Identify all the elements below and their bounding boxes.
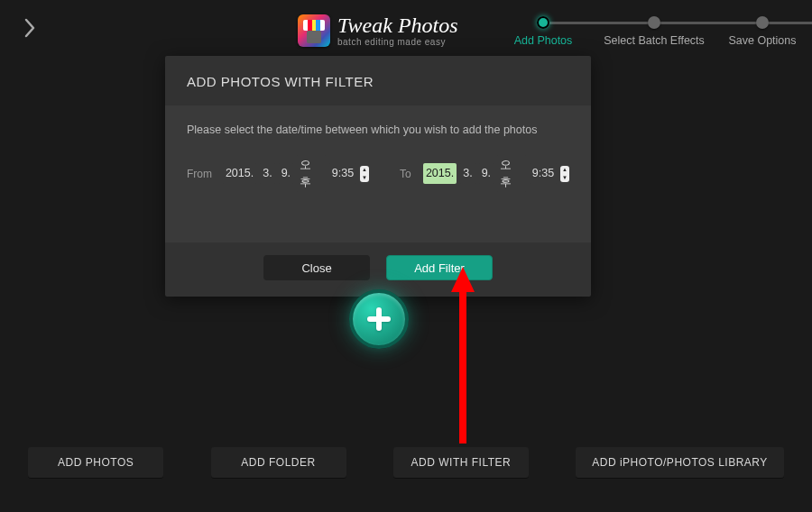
modal-title: ADD PHOTOS WITH FILTER [165,56,591,105]
progress-stepper: Add Photos Select Batch Effects Save Opt… [514,11,812,50]
svg-rect-1 [367,316,391,322]
bottom-action-bar: ADD PHOTOS ADD FOLDER ADD WITH FILTER AD… [0,447,812,478]
to-time[interactable]: 9:35 [530,163,557,184]
to-day[interactable]: 9. [479,163,494,184]
from-time[interactable]: 9:35 [329,163,356,184]
add-iphoto-library-button[interactable]: ADD iPHOTO/PHOTOS LIBRARY [576,447,784,478]
app-logo: Tweak Photos batch editing made easy [298,14,458,47]
to-stepper[interactable]: ▲▼ [560,166,569,182]
from-ampm[interactable]: 오후 [297,155,326,193]
add-photos-button[interactable]: ADD PHOTOS [28,447,163,478]
from-month[interactable]: 3. [260,163,274,184]
modal-description: Please select the date/time between whic… [187,122,569,139]
add-folder-button[interactable]: ADD FOLDER [211,447,346,478]
modal-body: Please select the date/time between whic… [165,105,591,242]
to-label: To [400,166,418,182]
from-stepper[interactable]: ▲▼ [360,166,369,182]
step-add-photos[interactable]: Add Photos [489,11,597,47]
to-month[interactable]: 3. [460,163,475,184]
to-datetime-field[interactable]: 2015. 3. 9. 오후 9:35 ▲▼ [423,155,569,193]
step-select-effects[interactable]: Select Batch Effects [600,11,708,47]
app-logo-icon [298,14,330,47]
add-photos-plus-button[interactable] [341,281,417,357]
step-label: Add Photos [489,34,597,47]
step-label: Save Options [708,34,812,47]
from-datetime-field[interactable]: 2015. 3. 9. 오후 9:35 ▲▼ [223,155,369,193]
add-filter-button[interactable]: Add Filter [386,255,493,280]
step-dot-icon [648,16,660,29]
step-save-options[interactable]: Save Options [708,11,812,47]
step-label: Select Batch Effects [600,34,708,47]
forward-nav-icon[interactable] [22,18,38,41]
step-dot-icon [756,16,769,29]
plus-icon [349,289,409,349]
from-day[interactable]: 9. [279,163,293,184]
add-with-filter-button[interactable]: ADD WITH FILTER [393,447,529,478]
to-ampm[interactable]: 오후 [497,155,526,193]
add-photos-filter-modal: ADD PHOTOS WITH FILTER Please select the… [165,56,591,297]
top-bar: Tweak Photos batch editing made easy Add… [0,0,812,54]
step-dot-icon [537,16,549,29]
from-year[interactable]: 2015. [223,163,256,184]
from-label: From [187,166,217,182]
app-title: Tweak Photos [337,14,458,36]
close-button[interactable]: Close [263,255,370,280]
app-subtitle: batch editing made easy [337,38,458,47]
to-year[interactable]: 2015. [423,163,457,184]
